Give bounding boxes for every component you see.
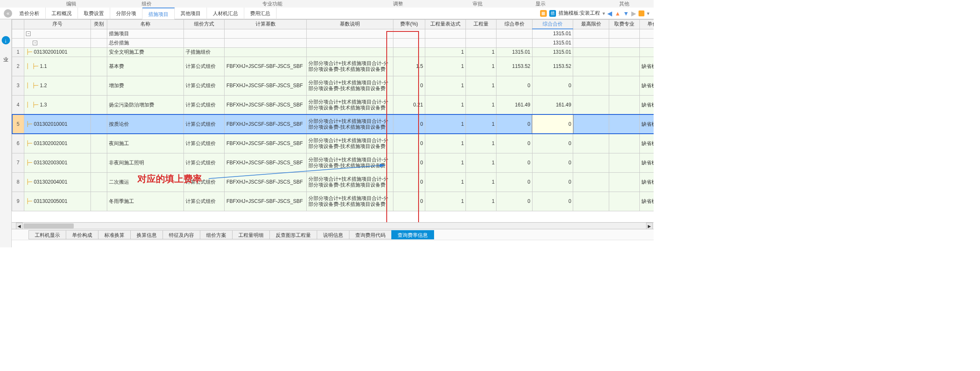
- cell-grpmode[interactable]: 计算公式组价: [184, 114, 225, 134]
- cell-rate[interactable]: [393, 29, 425, 38]
- cell-feecat[interactable]: [609, 76, 639, 95]
- cell-seq[interactable]: │ ├─ 1.1: [24, 57, 91, 76]
- cell-unitprice[interactable]: 0: [496, 172, 532, 192]
- cell-basedesc[interactable]: 分部分项合计+技术措施项目合计-分部分项设备费-技术措施项目设备费: [306, 76, 393, 95]
- cell-grpmode[interactable]: 计算公式组价: [184, 76, 225, 95]
- cell-basedesc[interactable]: [306, 29, 393, 38]
- cell-rate[interactable]: 0: [393, 114, 425, 134]
- arrow-left-icon[interactable]: ◀: [608, 10, 612, 17]
- cell-qtyexpr[interactable]: 1: [425, 47, 466, 57]
- main-tab-other-items[interactable]: 其他项目: [175, 8, 207, 19]
- cell-name[interactable]: 非夜间施工照明: [107, 153, 184, 172]
- cell-grpmode[interactable]: 计算公式组价: [184, 57, 225, 76]
- col-header-totalprice[interactable]: 综合合价: [532, 20, 573, 29]
- cell-qty[interactable]: 1: [466, 95, 496, 114]
- cell-seq[interactable]: ├─ 031302003001: [24, 153, 91, 172]
- bottom-tab-reverse-qty[interactable]: 反查图形工程量: [269, 230, 317, 239]
- horizontal-scrollbar[interactable]: ◀ ▶: [12, 222, 654, 229]
- menu-review[interactable]: 审批: [457, 0, 499, 8]
- cell-basedesc[interactable]: 分部分项合计+技术措施项目合计-分部分项设备费-技术措施项目设备费: [306, 192, 393, 211]
- table-row[interactable]: 5├─ 031302010001按质论价计算公式组价FBFXHJ+JSCSF-S…: [12, 114, 654, 134]
- cell-calcbase[interactable]: [225, 47, 306, 57]
- template-label[interactable]: 措施模板:安装工程: [559, 10, 600, 17]
- bottom-tab-desc-info[interactable]: 说明信息: [317, 230, 349, 239]
- cell-basedesc[interactable]: 分部分项合计+技术措施项目合计-分部分项设备费-技术措施项目设备费: [306, 114, 393, 134]
- cell-qty[interactable]: 1: [466, 192, 496, 211]
- toolbar-extra-icon[interactable]: [639, 10, 644, 16]
- bottom-tab-qty-detail[interactable]: 工程量明细: [232, 230, 270, 239]
- cell-basedesc[interactable]: 分部分项合计+技术措施项目合计-分部分项设备费-技术措施项目设备费: [306, 153, 393, 172]
- cell-type[interactable]: [91, 57, 107, 76]
- cell-calcbase[interactable]: FBFXHJ+JSCSF-SBF-JSCS_SBF: [225, 57, 306, 76]
- cell-totalprice[interactable]: 0: [532, 114, 573, 134]
- cell-seq[interactable]: ├─ 031302005001: [24, 192, 91, 211]
- table-row[interactable]: −措施项目1315.01: [12, 29, 654, 38]
- cell-rate[interactable]: 0: [393, 172, 425, 192]
- cell-basedesc[interactable]: [306, 47, 393, 57]
- cell-qtyexpr[interactable]: [425, 29, 466, 38]
- bottom-tab-query-rate-info[interactable]: 查询费率信息: [391, 230, 434, 239]
- arrow-up-icon[interactable]: ▲: [615, 10, 621, 17]
- table-row[interactable]: 1├─ 031302001001安全文明施工费子措施组价111315.01131…: [12, 47, 654, 57]
- col-header-qtyexpr[interactable]: 工程量表达式: [425, 20, 466, 29]
- cell-calcbase[interactable]: [225, 29, 306, 38]
- cell-qtyexpr[interactable]: 1: [425, 172, 466, 192]
- col-header-idx[interactable]: [12, 20, 24, 29]
- cell-grpmode[interactable]: 计算公式组价: [184, 192, 225, 211]
- cell-maxprice[interactable]: [573, 47, 609, 57]
- cell-maxprice[interactable]: [573, 95, 609, 114]
- cell-rate[interactable]: 0: [393, 153, 425, 172]
- cell-maxprice[interactable]: [573, 134, 609, 153]
- cell-calcbase[interactable]: FBFXHJ+JSCSF-SBF-JSCS_SBF: [225, 134, 306, 153]
- cell-unit[interactable]: 缺省机或计: [639, 57, 654, 76]
- col-header-basedesc[interactable]: 基数说明: [306, 20, 393, 29]
- cell-maxprice[interactable]: [573, 114, 609, 134]
- bottom-tab-feature-content[interactable]: 特征及内容: [163, 230, 200, 239]
- col-header-feecat[interactable]: 取费专业: [609, 20, 639, 29]
- cell-name[interactable]: 二次搬运: [107, 172, 184, 192]
- cell-qtyexpr[interactable]: 1: [425, 76, 466, 95]
- tree-toggle-icon[interactable]: −: [26, 31, 31, 36]
- main-tab-measures[interactable]: 措施项目: [142, 8, 175, 19]
- cell-maxprice[interactable]: [573, 29, 609, 38]
- cell-qtyexpr[interactable]: 1: [425, 192, 466, 211]
- scroll-right-icon[interactable]: ▶: [646, 223, 653, 229]
- menu-price[interactable]: 组价: [126, 0, 168, 8]
- menu-pro[interactable]: 专业功能: [251, 0, 293, 8]
- cell-totalprice[interactable]: 0: [532, 153, 573, 172]
- cell-unitprice[interactable]: 0: [496, 134, 532, 153]
- template-badge-icon[interactable]: 措: [549, 10, 556, 17]
- cell-totalprice[interactable]: 161.49: [532, 95, 573, 114]
- cell-basedesc[interactable]: 分部分项合计+技术措施项目合计-分部分项设备费-技术措施项目设备费: [306, 95, 393, 114]
- table-row[interactable]: 4│ ├─ 1.3扬尘污染防治增加费计算公式组价FBFXHJ+JSCSF-SBF…: [12, 95, 654, 114]
- cell-maxprice[interactable]: [573, 38, 609, 47]
- cell-maxprice[interactable]: [573, 192, 609, 211]
- menu-other[interactable]: 其他: [603, 0, 645, 8]
- cell-seq[interactable]: −: [24, 29, 91, 38]
- cell-qty[interactable]: 1: [466, 47, 496, 57]
- cell-seq[interactable]: −: [24, 38, 91, 47]
- cell-unit[interactable]: [639, 29, 654, 38]
- cell-qty[interactable]: 1: [466, 76, 496, 95]
- cell-grpmode[interactable]: 计算公式组价: [184, 172, 225, 192]
- main-tab-division[interactable]: 分部分项: [110, 8, 142, 19]
- cell-name[interactable]: 扬尘污染防治增加费: [107, 95, 184, 114]
- cell-name[interactable]: 总价措施: [107, 38, 184, 47]
- cell-totalprice[interactable]: 1315.01: [532, 47, 573, 57]
- toolbar-dropdown-icon[interactable]: ▾: [647, 10, 649, 16]
- cell-basedesc[interactable]: [306, 38, 393, 47]
- cell-type[interactable]: [91, 47, 107, 57]
- bottom-tab-material-display[interactable]: 工料机显示: [28, 230, 66, 239]
- arrow-down-icon[interactable]: ▼: [623, 10, 629, 17]
- cell-type[interactable]: [91, 95, 107, 114]
- cell-qtyexpr[interactable]: [425, 38, 466, 47]
- arrow-right-icon[interactable]: ▶: [631, 10, 636, 17]
- cell-calcbase[interactable]: FBFXHJ+JSCSF-SBF-JSCS_SBF: [225, 95, 306, 114]
- cell-unit[interactable]: 缺省机或计: [639, 114, 654, 134]
- cell-qtyexpr[interactable]: 1: [425, 153, 466, 172]
- cell-feecat[interactable]: [609, 172, 639, 192]
- main-tab-cost-analysis[interactable]: 造价分析: [13, 8, 46, 19]
- bottom-tab-group-plan[interactable]: 组价方案: [200, 230, 233, 239]
- cell-type[interactable]: [91, 134, 107, 153]
- main-tab-fee-summary[interactable]: 费用汇总: [244, 8, 277, 19]
